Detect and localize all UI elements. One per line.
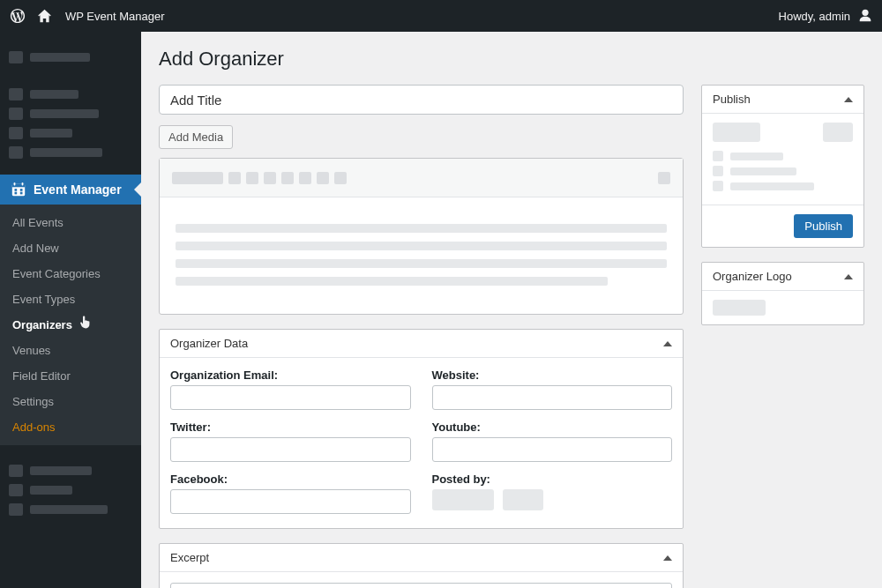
hand-cursor-icon: [78, 315, 93, 333]
sidebar-sub-add-new[interactable]: Add New: [0, 235, 141, 261]
wysiwyg-editor[interactable]: [159, 158, 684, 315]
excerpt-box: Excerpt: [159, 543, 684, 588]
excerpt-textarea[interactable]: [170, 583, 672, 588]
svg-rect-3: [14, 182, 16, 186]
svg-rect-5: [15, 189, 18, 191]
content-area: Add Organizer Add Media: [141, 32, 882, 588]
label-posted-by: Posted by:: [432, 473, 673, 486]
admin-bar: WP Event Manager Howdy, admin: [0, 0, 882, 32]
side-column: Publish Publish: [701, 85, 864, 339]
label-email: Organization Email:: [170, 368, 411, 382]
add-media-button[interactable]: Add Media: [159, 125, 233, 149]
set-logo-link[interactable]: [713, 300, 766, 316]
excerpt-title: Excerpt: [170, 551, 209, 564]
save-draft-placeholder[interactable]: [713, 123, 760, 142]
sidebar-top-group: [0, 39, 141, 79]
label-twitter: Twitter:: [170, 421, 411, 434]
input-facebook[interactable]: [170, 489, 411, 514]
home-icon[interactable]: [35, 7, 53, 25]
svg-rect-4: [22, 182, 24, 186]
sidebar-active-label: Event Manager: [34, 182, 122, 197]
editor-body[interactable]: [160, 197, 683, 314]
posted-by-select[interactable]: [432, 489, 494, 510]
title-input[interactable]: [159, 85, 684, 115]
publish-button[interactable]: Publish: [794, 214, 853, 238]
svg-point-0: [862, 9, 868, 15]
organizer-data-box: Organizer Data Organization Email: Websi…: [159, 329, 684, 529]
main-column: Add Media: [159, 85, 684, 588]
label-youtube: Youtube:: [432, 421, 673, 434]
avatar-icon[interactable]: [857, 7, 873, 26]
collapse-toggle-icon[interactable]: [844, 97, 853, 102]
preview-placeholder[interactable]: [823, 123, 853, 142]
sidebar-sub-add-ons[interactable]: Add-ons: [0, 414, 141, 440]
greeting-text[interactable]: Howdy, admin: [779, 10, 850, 23]
organizer-logo-box: Organizer Logo: [701, 262, 864, 325]
publish-title: Publish: [713, 93, 751, 106]
sidebar-sub-all-events[interactable]: All Events: [0, 210, 141, 235]
input-organization-email[interactable]: [170, 385, 411, 410]
publish-box: Publish Publish: [701, 85, 864, 248]
calendar-icon: [11, 182, 26, 197]
collapse-toggle-icon[interactable]: [663, 341, 672, 346]
svg-rect-7: [15, 192, 18, 195]
posted-by-button[interactable]: [503, 489, 543, 510]
page-title: Add Organizer: [159, 48, 864, 71]
input-website[interactable]: [432, 385, 673, 410]
sidebar-sub-event-categories[interactable]: Event Categories: [0, 261, 141, 287]
collapse-toggle-icon[interactable]: [844, 274, 853, 279]
input-youtube[interactable]: [432, 437, 673, 462]
site-title[interactable]: WP Event Manager: [62, 10, 164, 23]
sidebar-group-2: [0, 79, 141, 175]
label-facebook: Facebook:: [170, 473, 411, 486]
wordpress-icon[interactable]: [9, 7, 26, 25]
sidebar-item-event-manager[interactable]: Event Manager: [0, 175, 141, 205]
admin-sidebar: Event Manager All EventsAdd NewEvent Cat…: [0, 32, 141, 588]
sidebar-bottom-group: [0, 445, 141, 532]
organizer-data-title: Organizer Data: [170, 337, 248, 350]
organizer-logo-title: Organizer Logo: [713, 270, 792, 283]
sidebar-sub-field-editor[interactable]: Field Editor: [0, 363, 141, 389]
editor-toolbar: [160, 159, 683, 197]
sidebar-sub-venues[interactable]: Venues: [0, 338, 141, 363]
sidebar-sub-settings[interactable]: Settings: [0, 389, 141, 414]
svg-rect-6: [20, 189, 23, 191]
sidebar-pointer-icon: [134, 182, 141, 197]
admin-bar-right: Howdy, admin: [779, 7, 873, 26]
sidebar-sub-event-types[interactable]: Event Types: [0, 287, 141, 312]
collapse-toggle-icon[interactable]: [663, 555, 672, 561]
sidebar-sub-organizers[interactable]: Organizers: [0, 312, 141, 338]
admin-bar-left: WP Event Manager: [9, 7, 164, 25]
main-container: Event Manager All EventsAdd NewEvent Cat…: [0, 32, 882, 588]
sidebar-submenu: All EventsAdd NewEvent CategoriesEvent T…: [0, 205, 141, 445]
input-twitter[interactable]: [170, 437, 411, 462]
label-website: Website:: [432, 368, 673, 382]
svg-rect-8: [20, 192, 23, 195]
